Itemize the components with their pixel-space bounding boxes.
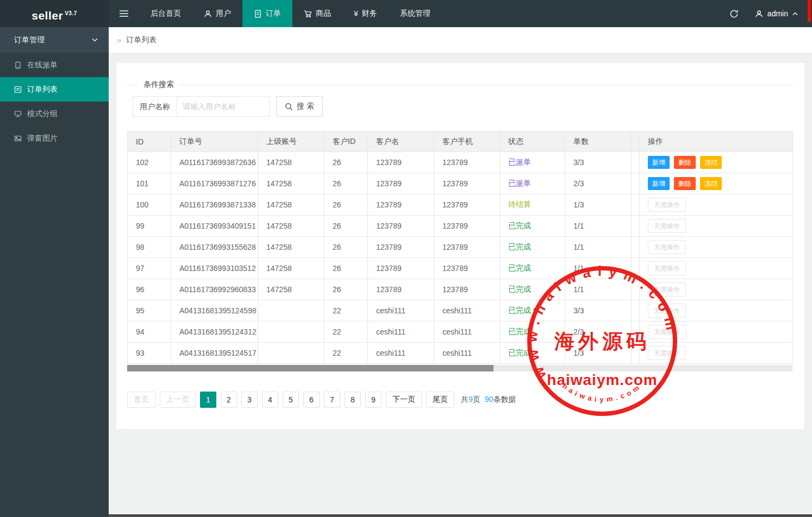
cell-customer-phone: ceshi111 bbox=[434, 300, 500, 321]
row-remove-button[interactable]: 删除 bbox=[674, 156, 696, 169]
nav-item-users[interactable]: 用户 bbox=[192, 0, 242, 27]
summary-total-pages: 9 bbox=[469, 395, 473, 403]
sidebar-item-popup-image[interactable]: 弹窗图片 bbox=[0, 126, 109, 150]
cell-count: 1/1 bbox=[565, 237, 632, 258]
pagination: 首页 上一页 123456789 下一页 尾页 共9页90条数据 bbox=[127, 392, 794, 408]
page-numbers: 123456789 bbox=[200, 392, 386, 408]
row-add-button[interactable]: 新增 bbox=[648, 177, 670, 190]
table-scrollbar-thumb[interactable] bbox=[127, 365, 494, 371]
search-button[interactable]: 搜 索 bbox=[276, 96, 323, 117]
page-button-1[interactable]: 1 bbox=[200, 392, 216, 408]
page-button-6[interactable]: 6 bbox=[303, 392, 320, 408]
nav-item-orders[interactable]: 订单 bbox=[242, 0, 292, 27]
pagination-prev-button[interactable]: 上一页 bbox=[160, 392, 196, 408]
row-no-action-button: 无需操作 bbox=[648, 219, 686, 233]
search-form: 用户名称 搜 索 bbox=[133, 96, 794, 117]
table-row: 97 A01161736993103512 147258 26 123789 1… bbox=[128, 258, 793, 279]
cell-id: 96 bbox=[128, 279, 171, 300]
cell-parent-account: 147258 bbox=[258, 237, 324, 258]
cell-id: 93 bbox=[128, 343, 171, 364]
table-horizontal-scrollbar[interactable] bbox=[127, 365, 792, 371]
sidebar-item-mode-group[interactable]: 模式分组 bbox=[0, 102, 109, 126]
page-button-4[interactable]: 4 bbox=[262, 392, 278, 408]
sidebar-item-label: 在线派单 bbox=[27, 60, 58, 70]
cell-id: 94 bbox=[128, 321, 171, 343]
row-no-action-button: 无需操作 bbox=[648, 325, 686, 339]
nav-item-system[interactable]: 系统管理 bbox=[389, 0, 442, 27]
breadcrumb-arrow-icon: » bbox=[117, 35, 121, 45]
cell-actions: 无需操作 bbox=[640, 237, 793, 258]
page-button-7[interactable]: 7 bbox=[324, 392, 340, 408]
summary-prefix: 共 bbox=[461, 395, 469, 403]
table-row: 102 A01161736993872636 147258 26 123789 … bbox=[128, 152, 793, 173]
sidebar-group-label: 订单管理 bbox=[14, 35, 92, 45]
chevron-up-icon bbox=[792, 12, 798, 16]
breadcrumb: » 订单列表 bbox=[109, 27, 812, 53]
cell-count: 1/1 bbox=[565, 258, 632, 279]
sidebar-toggle-button[interactable] bbox=[109, 0, 139, 27]
sidebar-item-online-dispatch[interactable]: 在线派单 bbox=[0, 53, 109, 77]
col-header-customer-phone: 客户手机 bbox=[434, 131, 500, 152]
col-header-actions: 操作 bbox=[640, 131, 793, 152]
row-freeze-button[interactable]: 冻结 bbox=[700, 156, 722, 169]
red-corner-mark bbox=[808, 0, 811, 22]
cell-order-no: A01161736993872636 bbox=[171, 152, 258, 173]
sidebar-group-orders[interactable]: 订单管理 bbox=[0, 27, 109, 53]
col-header-customer-name: 客户名 bbox=[368, 131, 434, 152]
row-freeze-button[interactable]: 冻结 bbox=[700, 177, 722, 190]
brand-logo[interactable]: sellerV3.7 bbox=[0, 0, 109, 27]
cell-customer-name: ceshi111 bbox=[368, 321, 434, 343]
cell-parent-account bbox=[258, 300, 324, 321]
sidebar-item-order-list[interactable]: 订单列表 bbox=[0, 77, 109, 102]
orders-table: ID 订单号 上级账号 客户ID 客户名 客户手机 状态 单数 操作 102 A… bbox=[127, 131, 793, 364]
nav-item-label: 订单 bbox=[266, 9, 281, 18]
cell-count: 1/1 bbox=[565, 279, 632, 300]
cell-customer-phone: 123789 bbox=[434, 279, 500, 300]
cell-id: 100 bbox=[128, 194, 171, 216]
username-input[interactable] bbox=[177, 96, 270, 117]
refresh-button[interactable] bbox=[720, 0, 748, 27]
cell-clipped bbox=[632, 237, 640, 258]
nav-item-label: 后台首页 bbox=[151, 9, 181, 18]
nav-item-label: 系统管理 bbox=[400, 9, 430, 18]
list-icon bbox=[14, 86, 22, 93]
pagination-last-button[interactable]: 尾页 bbox=[426, 392, 454, 408]
table-row: 96 A01161736992960833 147258 26 123789 1… bbox=[128, 279, 793, 300]
cell-status: 已完成 bbox=[500, 300, 565, 321]
cell-count: 2/3 bbox=[565, 321, 632, 343]
row-no-action-button: 无需操作 bbox=[648, 198, 686, 212]
user-menu[interactable]: admin bbox=[748, 9, 812, 18]
row-remove-button[interactable]: 删除 bbox=[674, 177, 696, 190]
table-row: 100 A01161736993871338 147258 26 123789 … bbox=[128, 194, 793, 216]
cell-customer-id: 22 bbox=[324, 343, 368, 364]
col-header-clipped bbox=[632, 131, 640, 152]
cell-clipped bbox=[632, 300, 640, 321]
row-no-action-button: 无需操作 bbox=[648, 346, 686, 360]
cell-order-no: A01161736993871276 bbox=[171, 173, 258, 194]
page-button-9[interactable]: 9 bbox=[365, 392, 382, 408]
nav-item-home[interactable]: 后台首页 bbox=[139, 0, 192, 27]
cell-clipped bbox=[632, 258, 640, 279]
cell-status: 已完成 bbox=[500, 258, 565, 279]
cart-icon bbox=[304, 10, 312, 18]
nav-item-goods[interactable]: 商品 bbox=[292, 0, 342, 27]
cell-status: 已完成 bbox=[500, 343, 565, 364]
pagination-first-button[interactable]: 首页 bbox=[127, 392, 155, 408]
page-horizontal-scrollbar[interactable] bbox=[109, 514, 812, 517]
brand-version: V3.7 bbox=[65, 10, 77, 16]
nav-item-finance[interactable]: ¥ 财务 bbox=[342, 0, 389, 27]
page-button-5[interactable]: 5 bbox=[283, 392, 299, 408]
cell-customer-id: 26 bbox=[324, 173, 368, 194]
top-right-area: admin bbox=[720, 0, 812, 27]
pagination-next-button[interactable]: 下一页 bbox=[386, 392, 422, 408]
search-legend: 条件搜索 bbox=[138, 80, 179, 90]
row-add-button[interactable]: 新增 bbox=[648, 156, 670, 169]
cell-clipped bbox=[632, 279, 640, 300]
tablet-icon bbox=[14, 61, 22, 69]
page-button-2[interactable]: 2 bbox=[221, 392, 237, 408]
cell-order-no: A01161736992960833 bbox=[171, 279, 258, 300]
user-icon bbox=[204, 10, 212, 18]
cell-clipped bbox=[632, 173, 640, 194]
page-button-3[interactable]: 3 bbox=[241, 392, 258, 408]
page-button-8[interactable]: 8 bbox=[345, 392, 361, 408]
